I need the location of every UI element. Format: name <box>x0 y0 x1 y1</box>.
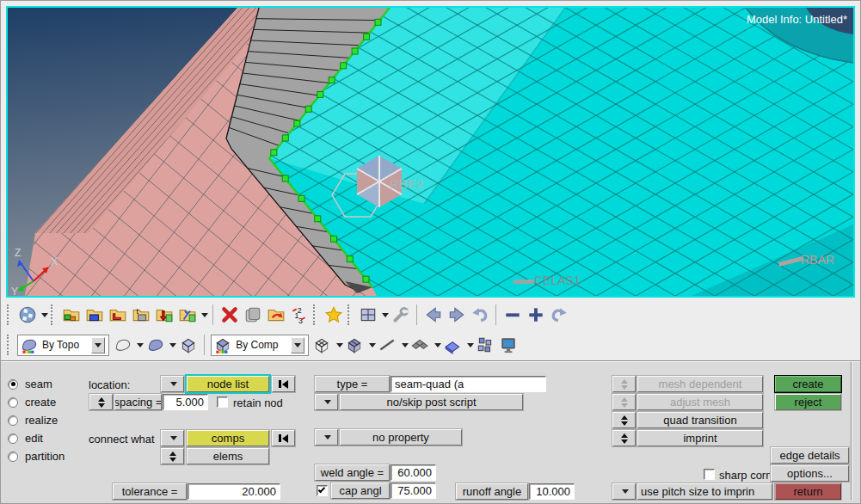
wireframe-geometry-icon[interactable] <box>111 334 134 357</box>
mode-radio-seam[interactable]: seam <box>8 375 65 393</box>
seam-node-marker[interactable] <box>347 256 353 262</box>
seam-node-marker[interactable] <box>294 120 300 126</box>
pitch-size-button[interactable]: use pitch size to imprin <box>637 483 772 500</box>
seam-node-marker[interactable] <box>375 19 381 25</box>
chevron-down-icon[interactable] <box>41 313 48 317</box>
edge-details-button[interactable]: edge details <box>771 447 849 464</box>
toolbar-grip[interactable] <box>51 304 57 325</box>
redo-icon[interactable] <box>547 304 570 327</box>
parts-icon[interactable] <box>474 334 497 357</box>
comps-reset-button[interactable] <box>272 430 295 446</box>
chevron-down-icon[interactable] <box>369 343 376 347</box>
toolbar-grip[interactable] <box>7 304 13 325</box>
cap-angle-checkbox[interactable] <box>317 485 328 496</box>
chevron-down-icon[interactable] <box>169 343 176 347</box>
chevron-down-icon[interactable] <box>467 343 474 347</box>
chevron-down-icon[interactable] <box>336 343 343 347</box>
toolbar-grip[interactable] <box>7 335 13 355</box>
element-edges-icon[interactable] <box>376 334 399 357</box>
imprint-toggle-button[interactable] <box>612 430 636 446</box>
mode-radio-edit[interactable]: edit <box>8 429 65 447</box>
seam-node-marker[interactable] <box>329 77 335 83</box>
model-viewport[interactable]: RBE2 CELAS1 RBAR Model Info: Untitled* Z… <box>6 6 855 298</box>
collectors-panel-icon[interactable] <box>83 304 106 327</box>
connect-what-dropdown-button[interactable] <box>161 430 184 446</box>
back-arrow-icon[interactable] <box>421 304 445 327</box>
window-layout-icon[interactable] <box>356 304 379 327</box>
seam-node-marker[interactable] <box>305 106 311 112</box>
systems-panel-icon[interactable] <box>175 304 199 327</box>
type-input[interactable] <box>391 376 546 392</box>
property-button[interactable]: no property <box>340 429 462 446</box>
weld-angle-input[interactable] <box>391 464 436 481</box>
elems-button[interactable]: elems <box>187 448 269 464</box>
zoom-out-icon[interactable] <box>501 304 524 327</box>
type-button[interactable]: type = <box>315 376 390 392</box>
post-script-dropdown-button[interactable] <box>315 394 338 410</box>
chevron-down-icon[interactable] <box>382 313 389 317</box>
create-button[interactable]: create <box>775 376 841 392</box>
seam-node-marker[interactable] <box>363 276 369 282</box>
elems-toggle-button[interactable] <box>161 448 184 464</box>
quad-transition-toggle-button[interactable] <box>612 412 636 428</box>
chevron-down-icon[interactable] <box>91 337 105 353</box>
tolerance-button[interactable]: tolerance = <box>113 483 187 500</box>
chevron-down-icon[interactable] <box>137 343 144 347</box>
imprint-button[interactable]: imprint <box>637 430 763 446</box>
renumber-icon[interactable]: 213 <box>287 304 311 327</box>
toolbar-grip[interactable] <box>347 304 354 325</box>
reject-button[interactable]: reject <box>775 394 841 410</box>
seam-node-marker[interactable] <box>282 175 288 181</box>
chevron-down-icon[interactable] <box>201 313 208 317</box>
chevron-down-icon[interactable] <box>291 337 304 353</box>
seam-node-marker[interactable] <box>364 34 370 40</box>
organize-move-icon[interactable] <box>264 304 287 327</box>
spacing-toggle-button[interactable] <box>89 394 113 410</box>
weld-angle-button[interactable]: weld angle = <box>315 464 390 481</box>
seam-node-marker[interactable] <box>317 91 323 97</box>
loadsteps-panel-icon[interactable] <box>152 304 175 327</box>
dimensions-panel-icon[interactable] <box>106 304 129 327</box>
seam-node-marker[interactable] <box>331 236 337 242</box>
mode-radio-partition[interactable]: partition <box>8 447 65 465</box>
feature-plate-icon[interactable] <box>441 334 464 357</box>
property-dropdown-button[interactable] <box>315 429 338 446</box>
organize-panel-icon[interactable] <box>59 304 83 327</box>
translate-panel-icon[interactable]: t <box>129 304 152 327</box>
mode-radio-realize[interactable]: realize <box>8 411 65 429</box>
options-button[interactable]: options... <box>771 465 849 482</box>
display-monitor-icon[interactable] <box>497 334 520 357</box>
seam-node-marker[interactable] <box>352 48 358 54</box>
runoff-angle-button[interactable]: runoff angle <box>456 483 528 500</box>
delete-icon[interactable] <box>218 304 241 327</box>
solid-geometry-icon[interactable] <box>176 334 200 357</box>
geometry-color-mode-combo[interactable]: By Topo <box>17 335 109 356</box>
location-dropdown-button[interactable] <box>161 376 184 392</box>
forward-arrow-icon[interactable] <box>445 304 468 327</box>
zoom-in-icon[interactable] <box>524 304 547 327</box>
shaded-elements-icon[interactable] <box>343 334 366 357</box>
node-list-reset-button[interactable] <box>272 376 295 392</box>
mode-radio-create[interactable]: create <box>8 393 65 411</box>
element-faces-icon[interactable] <box>409 334 432 357</box>
options-wrench-icon[interactable] <box>389 304 412 327</box>
rotate-view-icon[interactable] <box>15 304 39 327</box>
seam-node-marker[interactable] <box>298 195 304 201</box>
runoff-angle-input[interactable] <box>529 483 575 500</box>
toolbar-grip[interactable] <box>313 304 319 325</box>
tolerance-input[interactable] <box>188 483 280 500</box>
comps-collector-button[interactable]: comps <box>187 430 269 446</box>
quad-transition-button[interactable]: quad transition <box>637 412 763 428</box>
retain-nodes-checkbox[interactable] <box>217 396 228 408</box>
node-list-collector-button[interactable]: node list <box>187 376 269 392</box>
post-script-button[interactable]: no/skip post script <box>340 394 523 410</box>
cap-angle-input[interactable] <box>391 482 436 499</box>
wireframe-elements-icon[interactable] <box>311 334 334 357</box>
return-button[interactable]: return <box>775 483 841 500</box>
cap-angle-button[interactable]: cap angl <box>331 482 390 499</box>
undo-icon[interactable] <box>468 304 491 327</box>
chevron-down-icon[interactable] <box>434 343 441 347</box>
element-color-mode-combo[interactable]: By Comp <box>211 335 308 356</box>
spacing-button[interactable]: spacing = <box>114 394 162 410</box>
sharp-corner-checkbox[interactable] <box>704 469 715 480</box>
